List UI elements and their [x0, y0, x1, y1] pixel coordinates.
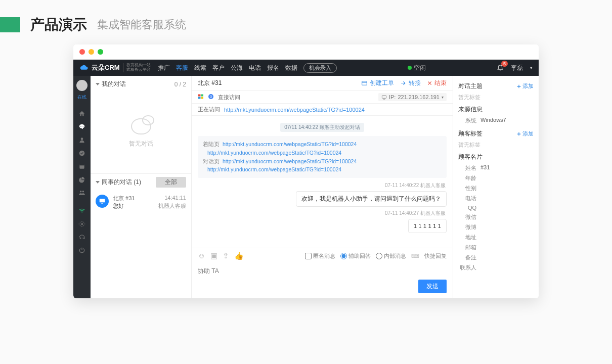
svg-point-7	[80, 191, 82, 193]
brand-tagline: 教育机构一站 式服务云平台	[123, 63, 151, 72]
svg-rect-15	[198, 97, 201, 99]
visiting-url[interactable]: http://mkt.yunduocrm.com/webpageStatic/T…	[224, 107, 365, 113]
info-panel: 对话主题 添加 暂无标签 来源信息 系统Windows7 顾客标签 添加 暂无标…	[453, 76, 539, 298]
svg-rect-12	[362, 81, 367, 85]
user-icon[interactable]	[77, 135, 87, 145]
chrome-icon	[208, 94, 214, 101]
no-tag-label: 暂无标签	[458, 141, 534, 149]
page-links-block: 着陆页http://mkt.yunduocrm.com/webpageStati…	[198, 136, 447, 178]
nav-item[interactable]: 数据	[285, 64, 297, 72]
svg-point-1	[81, 126, 82, 126]
empty-bubble-icon	[131, 118, 151, 134]
customer-tag-header: 顾客标签	[458, 129, 483, 138]
no-tag-label: 暂无标签	[458, 94, 534, 101]
user-caret-icon[interactable]: ▾	[530, 65, 533, 70]
gear-icon[interactable]	[77, 219, 87, 229]
nav-item[interactable]: 线索	[194, 64, 206, 72]
svg-rect-11	[101, 203, 103, 204]
close-icon[interactable]	[79, 49, 85, 55]
chevron-down-icon: ▾	[442, 95, 444, 100]
minimize-icon[interactable]	[89, 49, 94, 55]
source-header: 来源信息	[458, 105, 483, 114]
svg-rect-16	[201, 97, 204, 99]
ip-chip[interactable]: IP: 221.219.162.191 ▾	[378, 93, 447, 101]
quick-reply-button[interactable]: 快捷回复	[424, 252, 447, 260]
access-method: 直接访问	[218, 94, 240, 101]
svg-rect-10	[100, 199, 105, 202]
end-button[interactable]: 结束	[427, 79, 447, 87]
online-label: 在线	[77, 94, 86, 101]
group-icon[interactable]	[77, 188, 87, 198]
nav-item[interactable]: 客户	[212, 64, 225, 72]
svg-point-3	[81, 138, 83, 140]
pie-chart-icon[interactable]	[77, 174, 87, 185]
current-user[interactable]: 李磊	[511, 64, 523, 72]
send-button[interactable]: 发送	[418, 280, 447, 293]
svg-rect-6	[79, 164, 84, 165]
message-meta: 07-11 14:40:27 机器人客服	[199, 210, 446, 217]
svg-point-4	[79, 151, 85, 156]
record-opportunity-button[interactable]: 机会录入	[303, 63, 337, 73]
svg-point-19	[210, 96, 212, 98]
notification-badge: 5	[501, 61, 508, 67]
transfer-button[interactable]: 转接	[400, 79, 421, 87]
status-dot-icon	[408, 66, 412, 70]
thumbs-up-icon[interactable]: 👍	[234, 251, 244, 260]
nav-item[interactable]: 报名	[267, 64, 279, 72]
nav-item[interactable]: 推广	[158, 64, 170, 72]
mac-titlebar	[73, 44, 539, 60]
windows-icon	[198, 94, 204, 101]
check-circle-icon[interactable]	[77, 148, 87, 158]
image-icon[interactable]: ▣	[210, 251, 217, 260]
my-conversations-header[interactable]: 我的对话 0 / 2	[91, 76, 191, 93]
bot-message: 欢迎，我是机器人小助手，请问遇到了什么问题吗？	[296, 191, 447, 207]
monitor-icon	[96, 195, 109, 208]
dialog-link[interactable]: http://mkt.yunduocrm.com/webpageStatic/T…	[207, 165, 341, 174]
agent-status[interactable]: 空闲	[408, 64, 426, 72]
chat-scroll[interactable]: 07/11 14:40:22 顾客主动发起对话 着陆页http://mkt.yu…	[192, 116, 453, 248]
chat-icon[interactable]	[77, 122, 87, 132]
keyboard-icon[interactable]: ⌨	[411, 253, 419, 259]
add-topic-button[interactable]: 添加	[516, 82, 534, 90]
svg-rect-14	[201, 95, 204, 97]
add-tag-button[interactable]: 添加	[516, 130, 534, 138]
nav-item[interactable]: 电话	[249, 64, 261, 72]
power-icon[interactable]	[77, 245, 87, 255]
brand: 云朵CRM 教育机构一站 式服务云平台	[79, 63, 151, 72]
emoji-icon[interactable]: ☺	[198, 251, 205, 260]
conversation-item[interactable]: 北京 #3114:41:11 您好机器人客服	[91, 191, 191, 214]
landing-link[interactable]: http://mkt.yunduocrm.com/webpageStatic/T…	[223, 140, 357, 149]
nav-item[interactable]: 公海	[231, 64, 243, 72]
headset-icon[interactable]	[77, 232, 87, 242]
svg-point-0	[80, 126, 81, 126]
bell-icon[interactable]: 5	[497, 64, 504, 72]
calendar-icon[interactable]	[77, 161, 87, 171]
nav-item-active[interactable]: 客服	[176, 64, 188, 72]
conversation-list: 我的对话 0 / 2 暂无对话 同事的对话 (1) 全部 北京 #3114:41…	[91, 76, 192, 298]
slide-header: 产品演示 集成智能客服系统	[0, 0, 612, 44]
svg-rect-20	[382, 95, 386, 98]
internal-radio[interactable]: 内部消息	[376, 252, 406, 260]
compose-input[interactable]	[198, 265, 447, 277]
all-button[interactable]: 全部	[156, 177, 186, 188]
customer-card-header: 顾客名片	[458, 153, 483, 161]
topic-header: 对话主题	[458, 82, 483, 90]
landing-link[interactable]: http://mkt.yunduocrm.com/webpageStatic/T…	[207, 149, 341, 157]
side-rail: 在线	[73, 76, 91, 298]
wifi-icon[interactable]	[77, 206, 87, 216]
chevron-down-icon	[96, 181, 100, 184]
nav-items: 推广 客服 线索 客户 公海 电话 报名 数据 机会录入	[158, 63, 337, 73]
dialog-link[interactable]: http://mkt.yunduocrm.com/webpageStatic/T…	[223, 157, 357, 166]
maximize-icon[interactable]	[98, 49, 103, 55]
peer-conversations-header[interactable]: 同事的对话 (1) 全部	[91, 173, 191, 191]
svg-point-2	[83, 126, 83, 126]
chat-title: 北京 #31	[198, 79, 222, 87]
top-nav: 云朵CRM 教育机构一站 式服务云平台 推广 客服 线索 客户 公海 电话 报名…	[73, 60, 539, 76]
attachment-icon[interactable]: ⇪	[223, 251, 229, 260]
avatar[interactable]	[76, 80, 88, 91]
assist-radio[interactable]: 辅助回答	[340, 252, 371, 260]
home-icon[interactable]	[77, 109, 87, 119]
anon-checkbox[interactable]: 匿名消息	[305, 252, 335, 260]
system-notice: 07/11 14:40:22 顾客主动发起对话	[280, 123, 364, 132]
create-ticket-button[interactable]: 创建工单	[361, 79, 394, 87]
